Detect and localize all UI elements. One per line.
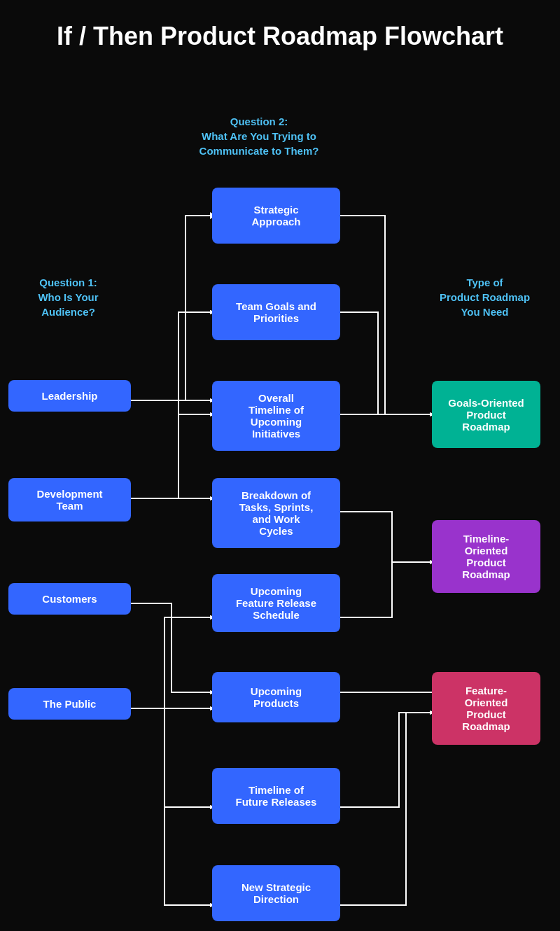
result-timeline-oriented: Timeline-OrientedProductRoadmap [432, 520, 540, 593]
box-new-strategic: New StrategicDirection [212, 865, 340, 921]
box-team-goals: Team Goals andPriorities [212, 284, 340, 340]
box-future-releases: Timeline ofFuture Releases [212, 768, 340, 824]
page-title: If / Then Product Roadmap Flowchart [0, 0, 560, 58]
question2-label: Question 2:What Are You Trying toCommuni… [189, 114, 329, 158]
box-breakdown: Breakdown ofTasks, Sprints,and WorkCycle… [212, 478, 340, 548]
audience-leadership: Leadership [8, 380, 131, 412]
type-label: Type ofProduct RoadmapYou Need [430, 275, 539, 319]
flowchart: Question 1:Who Is YourAudience? Question… [0, 58, 560, 898]
box-strategic-approach: StrategicApproach [212, 188, 340, 244]
result-goals-oriented: Goals-OrientedProductRoadmap [432, 381, 540, 448]
audience-customers: Customers [8, 583, 131, 615]
box-upcoming-products: UpcomingProducts [212, 672, 340, 722]
result-feature-oriented: Feature-OrientedProductRoadmap [432, 672, 540, 745]
audience-public: The Public [8, 688, 131, 720]
box-feature-release: UpcomingFeature ReleaseSchedule [212, 574, 340, 632]
audience-dev-team: DevelopmentTeam [8, 478, 131, 522]
question1-label: Question 1:Who Is YourAudience? [7, 275, 130, 319]
box-overall-timeline: OverallTimeline ofUpcomingInitiatives [212, 381, 340, 451]
